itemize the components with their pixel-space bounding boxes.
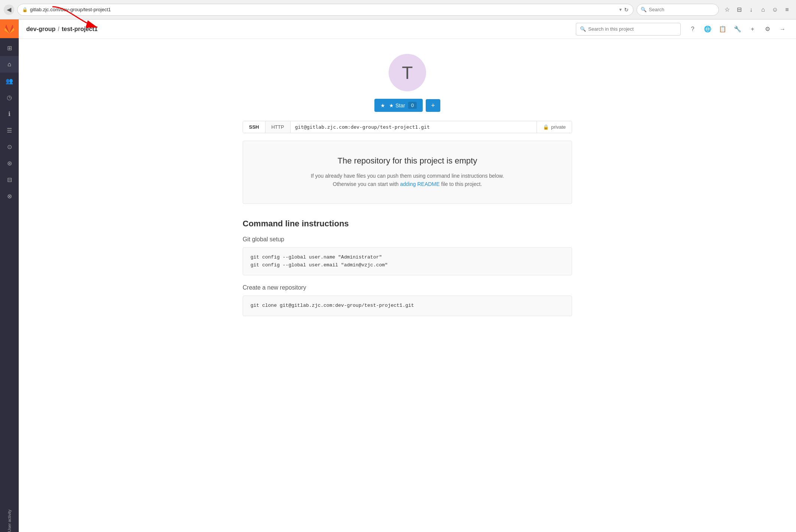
lock-clone-icon: 🔒 [543,124,549,130]
breadcrumb-project-link[interactable]: test-project1 [62,26,98,33]
breadcrumb-group-link[interactable]: dev-group [26,26,55,33]
star-button[interactable]: ★ ★ Star 0 [374,99,423,112]
star-label: ★ Star [389,103,405,108]
empty-desc-middle: Otherwise you can start with [333,181,399,187]
private-label: private [551,124,566,130]
create-repo-section: Create a new repository git clone git@gi… [243,284,572,316]
help-icon[interactable]: ? [687,23,699,35]
empty-repo-title: The repository for this project is empty [250,156,564,166]
network-icon: ⊗ [7,193,12,200]
project-avatar-section: T ★ ★ Star 0 + [243,54,572,112]
sidebar-item-info[interactable]: ℹ [0,106,19,122]
globe-icon[interactable]: 🌐 [702,23,714,35]
top-nav: dev-group / test-project1 🔍 ? 🌐 📋 🔧 + ⚙ … [19,19,796,39]
star-icon: ★ [380,103,385,108]
clock-icon: ◷ [7,94,12,101]
sidebar-item-user[interactable]: User activity [0,513,19,529]
info-icon: ℹ [8,110,10,117]
main-content: T ★ ★ Star 0 + SSH HTTP [19,39,796,532]
gitlab-logo[interactable] [0,19,19,38]
home-icon: ⌂ [7,61,11,68]
menu-button[interactable]: ≡ [782,4,792,15]
tags-icon: ⊛ [7,160,12,167]
sidebar-item-activity[interactable]: ⊞ [0,40,19,56]
breadcrumb-separator: / [58,26,59,33]
wrench-icon[interactable]: 🔧 [732,23,744,35]
settings-icon[interactable]: ⚙ [762,23,774,35]
git-global-title: Git global setup [243,236,572,243]
create-repo-code[interactable]: git clone git@gitlab.zjc.com:dev-group/t… [243,296,572,316]
empty-repo-description: If you already have files you can push t… [250,172,564,189]
signout-icon[interactable]: → [777,23,789,35]
address-text: gitlab.zjc.com/dev-group/test-project1 [30,7,617,12]
cli-section: Command line instructions Git global set… [243,219,572,316]
search-icon: 🔍 [641,7,647,12]
clone-url-input[interactable] [291,121,537,133]
activity-icon: ⊞ [7,45,12,52]
create-repo-title: Create a new repository [243,284,572,291]
download-button[interactable]: ↓ [746,4,756,15]
action-buttons: ★ ★ Star 0 + [374,99,440,112]
gitlab-logo-icon [4,24,15,34]
top-nav-icons: ? 🌐 📋 🔧 + ⚙ → [687,23,789,35]
back-button[interactable]: ◀ [4,4,14,15]
project-avatar: T [389,54,426,91]
sidebar-item-clock[interactable]: ◷ [0,89,19,106]
sidebar-item-tags[interactable]: ⊛ [0,155,19,171]
star-count: 0 [408,102,417,109]
project-search[interactable]: 🔍 [576,23,681,36]
browser-search-input[interactable] [649,7,715,12]
address-bar[interactable]: 🔒 gitlab.zjc.com/dev-group/test-project1… [17,4,634,16]
browser-toolbar: ☆ ⊟ ↓ ⌂ ☺ ≡ [722,4,792,15]
refresh-button[interactable]: ↻ [624,7,629,13]
breadcrumb: dev-group / test-project1 [26,26,98,33]
project-search-input[interactable] [588,26,677,32]
sidebar-item-list[interactable]: ☰ [0,122,19,138]
clipboard-icon[interactable]: 📋 [717,23,729,35]
user-icon: User activity [7,510,12,532]
people-icon: ⊙ [7,143,12,150]
sidebar-item-network[interactable]: ⊗ [0,188,19,204]
lock-icon: 🔒 [22,7,28,12]
app-layout: ⊞ ⌂ 👥 ◷ ℹ ☰ ⊙ ⊛ ⊟ ⊗ User activ [0,19,796,532]
ssh-tab[interactable]: SSH [243,121,265,133]
sidebar-item-book[interactable]: ⊟ [0,171,19,188]
reading-list-button[interactable]: ⊟ [734,4,744,15]
dropdown-icon: ▾ [619,7,622,12]
content-wrapper: T ★ ★ Star 0 + SSH HTTP [220,39,595,340]
clone-section: SSH HTTP 🔒 private [243,121,572,133]
git-global-subsection: Git global setup git config --global use… [243,236,572,276]
private-badge: 🔒 private [537,121,572,133]
bookmark-star-button[interactable]: ☆ [722,4,732,15]
sidebar-item-people[interactable]: ⊙ [0,138,19,155]
cli-section-title: Command line instructions [243,219,572,229]
browser-search-bar[interactable]: 🔍 [637,4,719,16]
project-search-icon: 🔍 [580,26,586,32]
empty-desc-before: If you already have files you can push t… [311,173,504,179]
empty-desc-after: file to this project. [441,181,482,187]
adding-readme-link[interactable]: adding README [400,181,440,187]
plus-nav-icon[interactable]: + [747,23,759,35]
list-icon: ☰ [7,127,12,134]
empty-repo-notice: The repository for this project is empty… [243,141,572,204]
sidebar-item-home[interactable]: ⌂ [0,56,19,73]
home-browser-button[interactable]: ⌂ [758,4,768,15]
sidebar-bottom: User activity [0,513,19,532]
http-tab[interactable]: HTTP [265,121,291,133]
plus-action-button[interactable]: + [426,99,440,112]
groups-icon: 👥 [6,77,13,85]
user-browser-button[interactable]: ☺ [770,4,780,15]
sidebar-item-groups[interactable]: 👥 [0,73,19,89]
sidebar: ⊞ ⌂ 👥 ◷ ℹ ☰ ⊙ ⊛ ⊟ ⊗ User activ [0,19,19,532]
git-global-code[interactable]: git config --global user.name "Administr… [243,247,572,276]
book-icon: ⊟ [7,176,12,183]
